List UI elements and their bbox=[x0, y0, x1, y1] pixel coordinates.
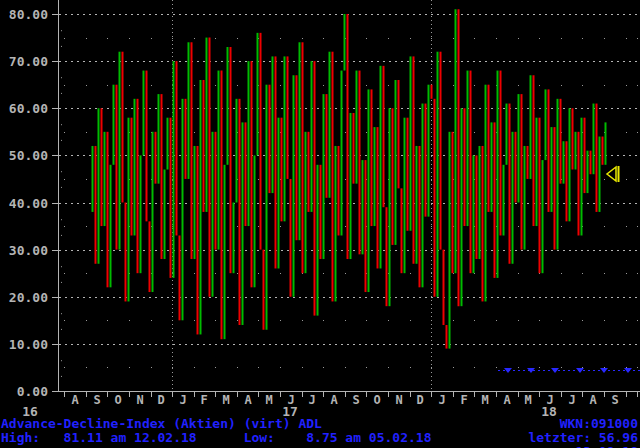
month-tick-label: F bbox=[200, 394, 207, 406]
signal-indicator bbox=[498, 368, 640, 373]
wkn-number: WKN:091000 bbox=[560, 417, 638, 430]
month-tick-label: N bbox=[136, 394, 143, 406]
month-tick-label: N bbox=[395, 394, 402, 406]
y-tick-label: 0.00 bbox=[0, 385, 48, 398]
y-tick-label: 40.00 bbox=[0, 197, 48, 210]
y-tick-label: 10.00 bbox=[0, 338, 48, 351]
month-tick-label: A bbox=[71, 394, 78, 406]
month-tick-label: M bbox=[222, 394, 229, 406]
month-tick-label: S bbox=[93, 394, 100, 406]
month-tick-label: J bbox=[179, 394, 186, 406]
y-tick-label: 20.00 bbox=[0, 291, 48, 304]
instrument-title: Advance-Decline-Index (Aktien) (virt) AD… bbox=[1, 417, 322, 430]
month-tick-label: J bbox=[568, 394, 575, 406]
month-tick-label: A bbox=[244, 394, 251, 406]
y-tick-label: 60.00 bbox=[0, 102, 48, 115]
month-tick-label: D bbox=[416, 394, 423, 406]
month-tick-label: A bbox=[330, 394, 337, 406]
mouse-cursor-icon bbox=[607, 166, 619, 182]
y-tick-label: 30.00 bbox=[0, 244, 48, 257]
dos-chart-window: 80.0070.0060.0050.0040.0030.0020.0010.00… bbox=[0, 0, 640, 448]
month-tick-label: J bbox=[308, 394, 315, 406]
month-tick-label: M bbox=[265, 394, 272, 406]
month-tick-label: J bbox=[438, 394, 445, 406]
month-tick-label: F bbox=[460, 394, 467, 406]
status-line-stats: High: 81.11 am 12.02.18 Low: 8.75 am 05.… bbox=[0, 431, 640, 444]
y-tick-label: 80.00 bbox=[0, 8, 48, 21]
month-tick-label: A bbox=[503, 394, 510, 406]
month-tick-label: O bbox=[373, 394, 380, 406]
month-tick-label: S bbox=[352, 394, 359, 406]
month-tick-label: M bbox=[524, 394, 531, 406]
chart-canvas[interactable] bbox=[0, 0, 640, 448]
month-tick-label: S bbox=[611, 394, 618, 406]
last-value: letzter: 56.96 bbox=[528, 431, 638, 444]
month-tick-label: A bbox=[589, 394, 596, 406]
month-tick-label: O bbox=[114, 394, 121, 406]
status-line-title: Advance-Decline-Index (Aktien) (virt) AD… bbox=[0, 417, 640, 430]
y-tick-label: 70.00 bbox=[0, 55, 48, 68]
month-tick-label: M bbox=[481, 394, 488, 406]
high-low-stats: High: 81.11 am 12.02.18 Low: 8.75 am 05.… bbox=[1, 431, 431, 444]
y-tick-label: 50.00 bbox=[0, 149, 48, 162]
month-tick-label: D bbox=[157, 394, 164, 406]
